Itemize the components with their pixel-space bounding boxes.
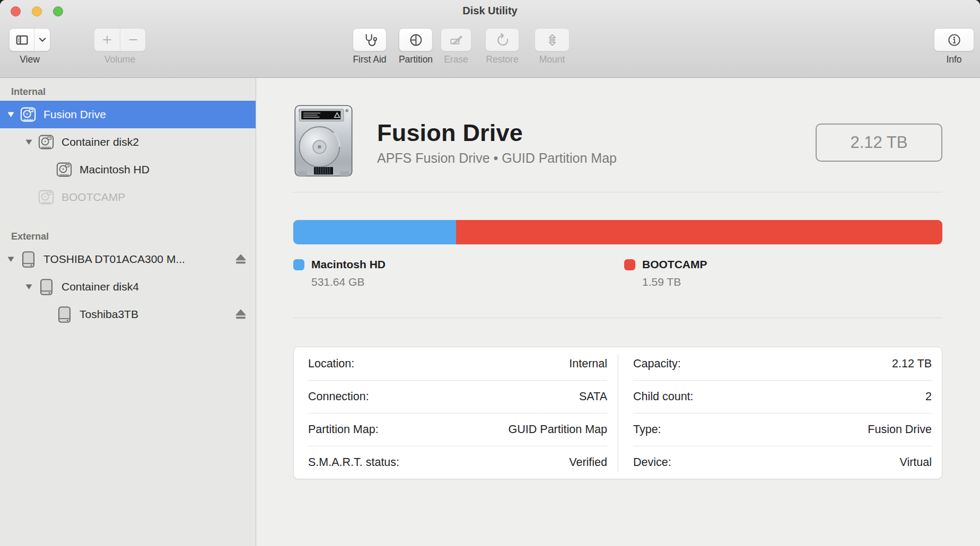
info-value: Verified bbox=[569, 456, 607, 469]
restore-tool: Restore bbox=[485, 28, 519, 65]
sidebar-item-label: TOSHIBA DT01ACA300 M... bbox=[43, 253, 185, 266]
partition-pie-icon bbox=[408, 33, 423, 47]
sidebar-item-fusion-drive[interactable]: Fusion Drive bbox=[0, 101, 256, 128]
drive-title: Fusion Drive bbox=[377, 119, 617, 147]
view-label: View bbox=[20, 54, 40, 65]
info-column-left: Location: Internal Connection: SATA Part… bbox=[294, 347, 618, 479]
info-row-child-count: Child count: 2 bbox=[633, 380, 932, 413]
window-title: Disk Utility bbox=[0, 5, 980, 17]
external-disk-icon bbox=[20, 251, 37, 268]
info-column-right: Capacity: 2.12 TB Child count: 2 Type: F… bbox=[618, 347, 942, 479]
sidebar-item-label: Macintosh HD bbox=[80, 163, 150, 176]
mount-icon bbox=[546, 33, 559, 47]
sidebar-item-container-disk4[interactable]: Container disk4 bbox=[0, 273, 256, 301]
legend-swatch bbox=[293, 259, 304, 270]
legend-macintosh-hd: Macintosh HD 531.64 GB bbox=[293, 258, 386, 288]
external-disk-icon bbox=[38, 278, 55, 295]
first-aid-button[interactable] bbox=[353, 28, 387, 51]
drive-subtitle: APFS Fusion Drive • GUID Partition Map bbox=[377, 151, 617, 166]
sidebar: Internal Fusion Drive Container disk2 Ma… bbox=[0, 78, 256, 546]
divider bbox=[293, 318, 942, 318]
restore-icon bbox=[495, 33, 510, 47]
volume-tool: Volume bbox=[94, 28, 146, 65]
sidebar-item-label: Toshiba3TB bbox=[80, 308, 138, 321]
info-value: Internal bbox=[569, 357, 607, 371]
sidebar-item-container-disk2[interactable]: Container disk2 bbox=[0, 128, 256, 156]
info-value: Fusion Drive bbox=[868, 423, 932, 436]
disclosure-triangle-icon[interactable] bbox=[6, 256, 20, 262]
sidebar-item-bootcamp[interactable]: BOOTCAMP bbox=[0, 183, 256, 211]
sidebar-section-internal: Internal bbox=[0, 79, 256, 101]
sidebar-item-label: Container disk2 bbox=[62, 136, 139, 148]
erase-icon bbox=[449, 33, 463, 47]
info-row-location: Location: Internal bbox=[308, 347, 607, 380]
partition-button[interactable] bbox=[399, 28, 433, 51]
internal-disk-icon bbox=[56, 161, 73, 178]
sidebar-item-label: Container disk4 bbox=[62, 280, 139, 293]
info-label: Info bbox=[946, 54, 961, 65]
sidebar-item-macintosh-hd[interactable]: Macintosh HD bbox=[0, 156, 256, 183]
disclosure-triangle-icon[interactable] bbox=[6, 111, 20, 118]
sidebar-layout-icon bbox=[10, 29, 34, 51]
info-button[interactable] bbox=[934, 28, 974, 51]
legend-swatch bbox=[624, 259, 635, 270]
legend-bootcamp: BOOTCAMP 1.59 TB bbox=[624, 258, 707, 288]
view-button[interactable] bbox=[9, 28, 50, 51]
info-label: Location: bbox=[308, 357, 354, 371]
disk-info-card: Location: Internal Connection: SATA Part… bbox=[293, 347, 942, 479]
sidebar-item-label: BOOTCAMP bbox=[62, 191, 125, 204]
info-row-smart-status: S.M.A.R.T. status: Verified bbox=[308, 446, 607, 479]
info-row-device: Device: Virtual bbox=[633, 446, 932, 479]
internal-disk-icon bbox=[38, 134, 55, 151]
first-aid-tool: First Aid bbox=[353, 28, 387, 65]
info-label: Child count: bbox=[633, 390, 694, 403]
hard-drive-icon bbox=[293, 104, 354, 180]
disclosure-triangle-icon[interactable] bbox=[24, 284, 38, 290]
info-tool: Info bbox=[934, 28, 974, 65]
info-icon bbox=[947, 33, 961, 47]
divider bbox=[618, 354, 618, 472]
info-label: Connection: bbox=[308, 390, 369, 403]
partition-label: Partition bbox=[399, 54, 433, 65]
info-value: 2.12 TB bbox=[892, 357, 932, 371]
sidebar-item-label: Fusion Drive bbox=[43, 108, 106, 121]
legend-size: 1.59 TB bbox=[642, 276, 707, 288]
sidebar-item-toshiba3tb[interactable]: Toshiba3TB bbox=[0, 301, 256, 328]
view-tool: View bbox=[9, 28, 50, 65]
sidebar-section-external: External bbox=[0, 224, 256, 245]
external-disk-icon bbox=[56, 306, 73, 323]
info-label: S.M.A.R.T. status: bbox=[308, 456, 399, 469]
partition-segment-bootcamp bbox=[456, 220, 942, 244]
info-value: Virtual bbox=[899, 456, 932, 469]
legend-size: 531.64 GB bbox=[311, 276, 386, 288]
erase-label: Erase bbox=[444, 54, 468, 65]
info-value: 2 bbox=[925, 390, 932, 403]
info-row-capacity: Capacity: 2.12 TB bbox=[633, 347, 932, 380]
disk-utility-window: Disk Utility View Volume First Aid Parti… bbox=[0, 0, 980, 546]
info-label: Capacity: bbox=[633, 357, 681, 371]
eject-button[interactable] bbox=[235, 254, 247, 265]
restore-label: Restore bbox=[486, 54, 518, 65]
partition-usage-bar bbox=[293, 220, 942, 244]
partition-tool: Partition bbox=[399, 28, 433, 65]
titlebar-toolbar: Disk Utility View Volume First Aid Parti… bbox=[0, 0, 980, 78]
remove-volume-button bbox=[120, 29, 145, 51]
restore-button bbox=[485, 28, 519, 51]
partition-segment-macintosh-hd bbox=[293, 220, 456, 244]
info-value: GUID Partition Map bbox=[509, 423, 607, 436]
disclosure-triangle-icon[interactable] bbox=[24, 139, 38, 145]
mount-button bbox=[535, 28, 570, 51]
volume-label: Volume bbox=[104, 54, 135, 65]
info-label: Type: bbox=[633, 423, 661, 436]
eject-button[interactable] bbox=[235, 309, 247, 320]
divider bbox=[293, 192, 942, 192]
stethoscope-icon bbox=[363, 33, 377, 47]
info-row-connection: Connection: SATA bbox=[308, 380, 607, 413]
mount-label: Mount bbox=[539, 54, 565, 65]
sidebar-item-toshiba-disk[interactable]: TOSHIBA DT01ACA300 M... bbox=[0, 245, 256, 273]
erase-tool: Erase bbox=[441, 28, 471, 65]
info-value: SATA bbox=[579, 390, 607, 403]
partition-legend: Macintosh HD 531.64 GB BOOTCAMP 1.59 TB bbox=[293, 258, 942, 292]
main-pane: Fusion Drive APFS Fusion Drive • GUID Pa… bbox=[256, 78, 980, 546]
info-row-partition-map: Partition Map: GUID Partition Map bbox=[308, 413, 607, 446]
